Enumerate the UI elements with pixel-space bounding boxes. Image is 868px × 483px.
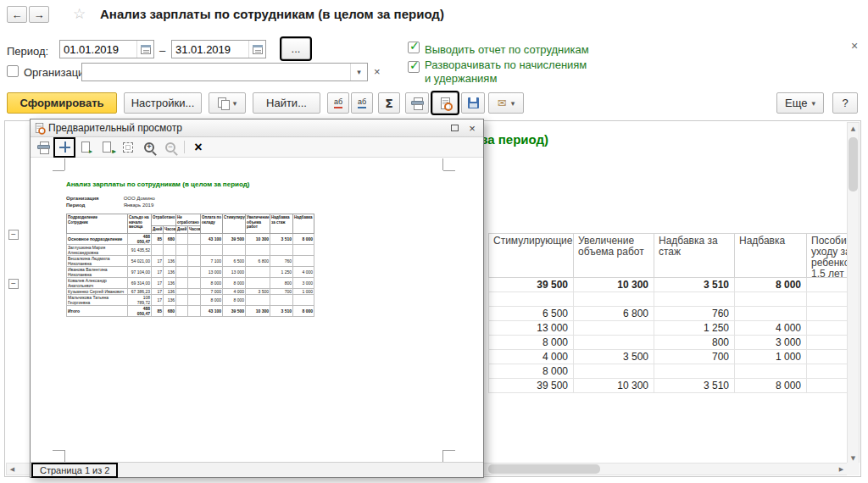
- last-page-button[interactable]: [97, 139, 116, 156]
- report-column-header: Надбавка за стаж: [654, 234, 735, 278]
- vertical-scroll-thumb[interactable]: [849, 137, 858, 192]
- calendar-icon: [141, 45, 151, 54]
- crop-mark: [442, 450, 443, 462]
- preview-period-row: Период Январь 2019: [66, 203, 442, 208]
- row-headers-button[interactable]: аб: [327, 92, 349, 114]
- print-button[interactable]: [405, 92, 429, 114]
- chevron-down-icon: ▾: [357, 68, 361, 76]
- copy-dropdown-button[interactable]: ▾: [209, 92, 246, 114]
- more-actions-button[interactable]: Еще ▾: [776, 92, 824, 114]
- report-column-header: Надбавка: [735, 234, 807, 278]
- forward-button[interactable]: →: [29, 6, 49, 23]
- organization-dropdown-button[interactable]: ▾: [350, 64, 367, 80]
- group-expander-2[interactable]: −: [8, 279, 19, 289]
- vertical-scrollbar[interactable]: ▲ ▼: [847, 122, 860, 464]
- dialog-toolbar: + − ×: [31, 137, 483, 158]
- dialog-icon: [36, 123, 43, 133]
- zoom-out-button[interactable]: −: [161, 139, 180, 156]
- next-page-button[interactable]: [76, 139, 95, 156]
- report-row[interactable]: 6 5006 800760: [488, 307, 851, 321]
- dialog-close-button[interactable]: ×: [465, 121, 479, 135]
- preview-area[interactable]: Анализ зарплаты по сотрудникам (в целом …: [31, 158, 483, 462]
- report-row[interactable]: 4 0003 5007001 000: [488, 350, 851, 364]
- report-grid-clip: СтимулирующиеУвеличение объема работНадб…: [488, 233, 851, 436]
- organization-clear-button[interactable]: ×: [374, 66, 381, 77]
- date-from-input[interactable]: [60, 42, 136, 58]
- scroll-up-arrow[interactable]: ▲: [848, 123, 859, 134]
- sum-icon: Σ: [385, 97, 393, 110]
- print-preview-icon: [441, 97, 450, 109]
- report-grid[interactable]: СтимулирующиеУвеличение объема работНадб…: [488, 233, 851, 393]
- zoom-in-button[interactable]: +: [140, 139, 159, 156]
- settings-button[interactable]: Настройки...: [124, 92, 202, 114]
- preview-org-row: Организация ООО Домино: [66, 196, 442, 201]
- preview-table: ПодразделениеСотрудникСальдо на начало м…: [66, 214, 314, 317]
- crop-mark: [64, 450, 65, 462]
- form-close-icon[interactable]: ×: [851, 40, 858, 52]
- report-row[interactable]: [488, 292, 851, 307]
- send-email-button[interactable]: ✉ ▾: [488, 92, 524, 114]
- fit-page-icon: [59, 142, 70, 153]
- scroll-left-arrow[interactable]: ◀: [7, 464, 18, 475]
- report-column-header: Увеличение объема работ: [574, 234, 654, 278]
- dialog-title: Предварительный просмотр: [48, 122, 443, 134]
- date-to-input[interactable]: [172, 42, 248, 58]
- calendar-icon: [253, 45, 263, 54]
- mail-icon: ✉: [498, 97, 507, 108]
- organization-input[interactable]: [82, 64, 350, 80]
- date-to-calendar-button[interactable]: [248, 41, 265, 58]
- report-by-employees-checkbox[interactable]: [408, 42, 420, 53]
- column-headers-button[interactable]: аб: [351, 92, 373, 114]
- report-row[interactable]: 39 50010 3003 5108 000: [488, 278, 851, 292]
- save-button[interactable]: [461, 92, 485, 114]
- organization-checkbox[interactable]: [7, 65, 19, 77]
- period-label: Период:: [7, 45, 48, 58]
- expand-by-accruals-checkbox[interactable]: [408, 61, 420, 73]
- chevron-down-icon: ▾: [233, 99, 237, 108]
- help-label: ?: [842, 97, 848, 109]
- horizontal-scroll-thumb[interactable]: [488, 464, 600, 474]
- autosum-button[interactable]: Σ: [378, 92, 400, 114]
- report-column-header: Пособие по уходу за ребенком до 1,5 лет: [807, 234, 851, 278]
- dialog-titlebar[interactable]: Предварительный просмотр ×: [31, 119, 483, 137]
- print-preview-dialog: Предварительный просмотр × + − × Ана: [30, 119, 484, 478]
- row-headers-icon: аб: [334, 98, 342, 108]
- report-column-header: Стимулирующие: [489, 234, 574, 278]
- report-row[interactable]: 8 000: [488, 364, 851, 379]
- zoom-out-icon: −: [165, 142, 175, 153]
- column-headers-icon: аб: [358, 98, 366, 108]
- crop-mark: [443, 170, 455, 171]
- report-row[interactable]: 13 0001 2504 000: [488, 321, 851, 336]
- generate-label: Сформировать: [19, 97, 103, 109]
- preview-print-button[interactable]: [34, 139, 53, 156]
- crop-mark: [442, 158, 443, 170]
- report-row[interactable]: 8 0008003 000: [488, 336, 851, 350]
- fit-page-button[interactable]: [55, 139, 74, 156]
- page-status: Страница 1 из 2: [31, 463, 118, 478]
- scroll-right-arrow[interactable]: ▶: [836, 464, 847, 475]
- scrollbar-corner: [847, 463, 860, 475]
- back-button[interactable]: ←: [7, 6, 27, 23]
- page-margins-button[interactable]: [119, 139, 137, 156]
- more-label: Еще: [785, 97, 807, 109]
- maximize-button[interactable]: [448, 121, 461, 135]
- toolbar-separator: [184, 141, 185, 153]
- group-expander-1[interactable]: −: [8, 230, 19, 240]
- chevron-down-icon: ▾: [811, 99, 815, 108]
- help-button[interactable]: ?: [832, 92, 858, 114]
- print-icon: [411, 97, 424, 108]
- crop-mark: [53, 170, 64, 171]
- date-from-calendar-button[interactable]: [136, 41, 153, 58]
- print-icon: [37, 142, 50, 153]
- expand-by-accruals-label: Разворачивать по начислениям и удержания…: [425, 58, 594, 86]
- period-more-button[interactable]: ...: [281, 38, 310, 59]
- report-row[interactable]: 39 50010 3003 5108 000: [488, 379, 851, 393]
- generate-button[interactable]: Сформировать: [7, 92, 117, 114]
- find-button[interactable]: Найти...: [253, 92, 320, 114]
- close-preview-button[interactable]: ×: [189, 139, 208, 156]
- period-value: Январь 2019: [124, 203, 154, 208]
- favorite-star-icon[interactable]: ☆: [73, 5, 86, 22]
- settings-label: Настройки...: [131, 97, 195, 109]
- print-preview-button[interactable]: [432, 92, 458, 114]
- preview-page: Анализ зарплаты по сотрудникам (в целом …: [66, 172, 442, 317]
